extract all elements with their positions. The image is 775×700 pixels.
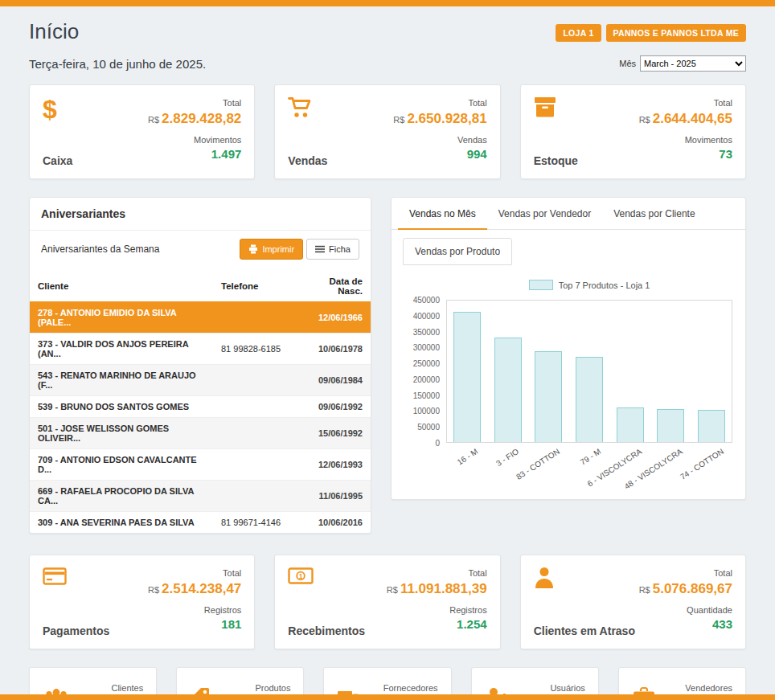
stat-card-pagamentos: Pagamentos Total R$2.514.238,47 Registro… — [29, 555, 255, 649]
stat-card-title: Estoque — [534, 154, 578, 167]
date-cell: 11/06/1995 — [300, 481, 371, 512]
month-picker: Mês March - 2025 — [619, 55, 746, 72]
mini-card-label: Fornecedores — [383, 682, 438, 695]
phone-cell — [213, 302, 300, 334]
date-cell: 15/06/1992 — [300, 418, 371, 449]
table-row[interactable]: 309 - ANA SEVERINA PAES DA SILVA 81 9967… — [30, 512, 371, 534]
dollar-icon: $ — [43, 96, 72, 122]
phone-cell: 81 99828-6185 — [213, 334, 300, 365]
list-icon — [315, 245, 325, 253]
birthdays-subtitle: Aniversariantes da Semana — [41, 244, 159, 255]
sub-label: Registros — [148, 604, 241, 617]
date-cell: 12/06/1966 — [300, 302, 371, 334]
tab-vendas-por-vendedor[interactable]: Vendas por Vendedor — [487, 198, 602, 229]
month-select[interactable]: March - 2025 — [640, 55, 746, 72]
table-row[interactable]: 543 - RENATO MARINHO DE ARAUJO (F... 09/… — [30, 365, 371, 396]
phone-cell — [213, 418, 300, 449]
cart-icon — [288, 96, 327, 118]
total-label: Total — [639, 567, 732, 580]
store-badge: LOJA 1 — [556, 24, 601, 42]
client-cell: 278 - ANTONIO EMIDIO DA SILVA (PALE... — [30, 302, 213, 334]
table-row[interactable]: 373 - VALDIR DOS ANJOS PEREIRA (AN... 81… — [30, 334, 371, 365]
sales-chart: Top 7 Produtos - Loja 1 4500004000003500… — [404, 280, 732, 485]
chart-bar — [494, 338, 522, 442]
stat-card-vendas: Vendas Total R$2.650.928,81 Vendas 994 — [274, 84, 500, 179]
sub-value: 994 — [393, 147, 486, 161]
table-row[interactable]: 709 - ANTONIO EDSON CAVALCANTE D... 12/0… — [30, 449, 371, 481]
chart-bar — [617, 407, 644, 442]
x-tick-label: 74 - COTTON — [691, 443, 732, 485]
mini-card-label: Clientes — [110, 682, 144, 695]
stat-card-estoque: Estoque Total R$2.644.404,65 Movimentos … — [520, 84, 746, 179]
table-row[interactable]: 501 - JOSE WELISSON GOMES OLIVEIR... 15/… — [30, 418, 371, 449]
tab-vendas-por-cliente[interactable]: Vendas por Cliente — [602, 198, 706, 229]
chart-plot — [446, 300, 732, 443]
stat-card-title: Clientes em Atraso — [534, 624, 635, 637]
client-cell: 669 - RAFAELA PROCOPIO DA SILVA CA... — [30, 481, 213, 512]
client-cell: 501 - JOSE WELISSON GOMES OLIVEIR... — [30, 418, 213, 449]
chart-legend: Top 7 Produtos - Loja 1 — [446, 280, 732, 290]
sub-value: 433 — [639, 617, 732, 631]
column-header-cliente: Cliente — [30, 271, 213, 302]
date-row: Terça-feira, 10 de junho de 2025. Mês Ma… — [29, 55, 746, 72]
table-row[interactable]: 669 - RAFAELA PROCOPIO DA SILVA CA... 11… — [30, 481, 371, 512]
company-badge: PANNOS E PANNOS LTDA ME — [606, 24, 746, 42]
stat-card-title: Vendas — [288, 154, 327, 167]
tab-vendas-no-mes[interactable]: Vendas no Mês — [398, 198, 487, 230]
chart-bar — [535, 351, 562, 442]
credit-card-icon — [43, 567, 109, 586]
y-tick-label: 100000 — [413, 407, 440, 415]
print-button-label: Imprimir — [262, 244, 294, 254]
sub-label: Quantidade — [639, 604, 732, 617]
sub-label: Movimentos — [639, 133, 732, 147]
y-tick-label: 400000 — [413, 311, 440, 320]
date-cell: 12/06/1993 — [300, 449, 371, 481]
printer-icon — [248, 244, 258, 254]
banknote-icon: 1 — [288, 567, 365, 585]
client-cell: 309 - ANA SEVERINA PAES DA SILVA — [30, 512, 213, 534]
currency-prefix: R$ — [393, 115, 404, 125]
total-value: 2.644.404,65 — [653, 111, 732, 126]
total-value: 2.514.238,47 — [162, 581, 241, 596]
mini-card-label: Produtos — [255, 682, 290, 695]
top-accent-bar — [0, 0, 775, 6]
y-tick-label: 250000 — [413, 359, 440, 368]
phone-cell — [213, 365, 300, 396]
page-title: Início — [29, 19, 79, 44]
sub-label: Movimentos — [148, 133, 241, 147]
date-cell: 09/06/1984 — [300, 365, 371, 396]
y-tick-label: 0 — [435, 439, 440, 448]
total-label: Total — [148, 96, 241, 110]
print-button[interactable]: Imprimir — [240, 239, 303, 260]
total-value: 11.091.881,39 — [400, 581, 487, 596]
table-header-row: Cliente Telefone Data de Nasc. — [30, 271, 371, 302]
ficha-button[interactable]: Ficha — [306, 239, 359, 260]
table-row[interactable]: 278 - ANTONIO EMIDIO DA SILVA (PALE... 1… — [30, 302, 371, 334]
currency-prefix: R$ — [387, 585, 398, 595]
bottom-accent-bar — [0, 694, 775, 700]
currency-prefix: R$ — [639, 115, 650, 125]
total-label: Total — [148, 567, 241, 580]
date-cell: 10/06/1978 — [300, 334, 371, 365]
stat-card-title: Recebimentos — [288, 624, 365, 637]
stat-card-recebimentos: 1 Recebimentos Total R$11.091.881,39 Reg… — [274, 555, 500, 649]
person-icon — [534, 567, 635, 589]
date-cell: 09/06/1992 — [300, 396, 371, 418]
total-label: Total — [387, 567, 487, 580]
tab-vendas-por-produto[interactable]: Vendas por Produto — [403, 238, 512, 265]
chart-bar — [698, 410, 725, 442]
currency-prefix: R$ — [148, 115, 159, 125]
x-tick-label: 16 - M — [446, 443, 487, 485]
y-tick-label: 450000 — [413, 296, 440, 305]
archive-box-icon — [534, 96, 578, 118]
client-cell: 709 - ANTONIO EDSON CAVALCANTE D... — [30, 449, 213, 481]
month-label: Mês — [619, 59, 636, 68]
y-tick-label: 350000 — [413, 327, 440, 336]
header: Início LOJA 1 PANNOS E PANNOS LTDA ME — [29, 19, 746, 44]
client-cell: 539 - BRUNO DOS SANTOS GOMES — [30, 396, 213, 418]
date-cell: 10/06/2016 — [300, 512, 371, 534]
mini-card-label: Usuários — [550, 682, 584, 695]
table-row[interactable]: 539 - BRUNO DOS SANTOS GOMES 09/06/1992 — [30, 396, 371, 418]
current-date: Terça-feira, 10 de junho de 2025. — [29, 57, 206, 71]
sub-value: 1.497 — [148, 147, 241, 161]
